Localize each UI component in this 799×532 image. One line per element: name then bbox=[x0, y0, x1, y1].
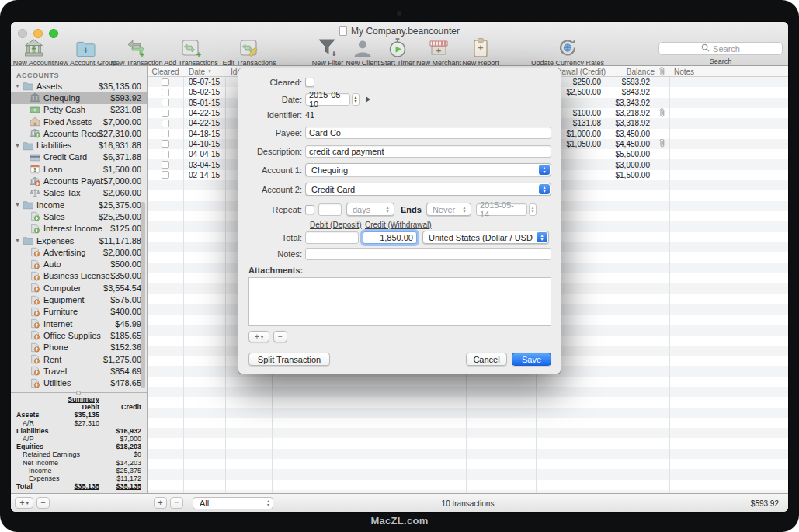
search-input[interactable]: Search bbox=[658, 42, 783, 55]
sidebar-item-accounts-payable[interactable]: Accounts Payable$7,000.00 bbox=[11, 175, 148, 186]
sidebar-item-business-licenses[interactable]: Business Licenses/...$350.00 bbox=[11, 270, 148, 282]
payee-label: Payee: bbox=[238, 128, 302, 137]
sidebar-item-sales-tax[interactable]: Sales Tax$2,060.00 bbox=[11, 187, 148, 199]
attachments-box[interactable] bbox=[248, 277, 551, 326]
column-header-cleared[interactable]: Cleared bbox=[148, 66, 183, 77]
sidebar-splitter[interactable] bbox=[11, 392, 148, 393]
cleared-checkbox[interactable] bbox=[162, 120, 169, 127]
repeat-checkbox[interactable] bbox=[305, 205, 314, 214]
ends-date-input[interactable]: 2015-05-14 bbox=[476, 203, 527, 216]
identifier-value: 41 bbox=[305, 110, 314, 120]
currency-select[interactable]: United States (Dollar / USD)▴▾ bbox=[422, 231, 549, 244]
account2-select[interactable]: Credit Card▴▾ bbox=[305, 183, 551, 196]
cleared-cell bbox=[148, 77, 183, 87]
sidebar-item-computer[interactable]: Computer$3,554.54 bbox=[11, 282, 148, 294]
paperclip-icon bbox=[658, 108, 665, 118]
disclosure-triangle-icon[interactable]: ▼ bbox=[15, 238, 23, 243]
cleared-checkbox[interactable] bbox=[162, 130, 169, 137]
credit-amount-input[interactable]: 1,850.00 bbox=[363, 231, 417, 244]
cleared-checkbox[interactable] bbox=[162, 89, 169, 96]
sidebar-item-office-supplies[interactable]: Office Supplies$185.65 bbox=[11, 329, 148, 341]
toolbar-button-update-currency-rates[interactable]: Update Currency Rates bbox=[530, 37, 605, 67]
ends-date-stepper[interactable]: ▴▾ bbox=[529, 203, 537, 216]
repeat-unit-select[interactable]: days▴▾ bbox=[346, 203, 394, 216]
cleared-checkbox[interactable] bbox=[162, 110, 169, 117]
column-header-balance[interactable]: Balance bbox=[606, 66, 655, 77]
payee-input[interactable]: Card Co bbox=[305, 127, 551, 139]
cleared-checkbox[interactable] bbox=[162, 171, 169, 179]
sidebar-item-chequing[interactable]: Chequing$593.92 bbox=[11, 92, 148, 103]
cleared-checkbox[interactable] bbox=[162, 140, 169, 148]
toolbar-button-new-report[interactable]: +New Report bbox=[443, 37, 518, 67]
sidebar-item-travel[interactable]: Travel$854.69 bbox=[11, 365, 148, 377]
date-label: Date: bbox=[238, 95, 302, 104]
summary-row-net-income: Net Income$14,203 bbox=[11, 459, 148, 467]
split-transaction-button[interactable]: Split Transaction bbox=[248, 353, 330, 366]
column-header-notes[interactable]: Notes bbox=[669, 66, 752, 77]
sidebar-item-rent[interactable]: Rent$1,275.00 bbox=[11, 353, 148, 365]
cancel-button[interactable]: Cancel bbox=[466, 353, 507, 366]
sidebar-item-furniture[interactable]: Furniture$400.00 bbox=[11, 306, 148, 318]
date-input[interactable]: 2015-05-10 bbox=[305, 93, 350, 106]
save-button[interactable]: Save bbox=[512, 353, 551, 366]
cleared-checkbox[interactable] bbox=[162, 151, 169, 158]
remove-attachment-button[interactable]: − bbox=[273, 331, 287, 342]
cleared-checkbox[interactable] bbox=[162, 78, 169, 86]
sidebar-scrollbar[interactable] bbox=[141, 202, 145, 388]
account2-label: Account 2: bbox=[238, 185, 302, 194]
sidebar-item-utilities[interactable]: Utilities$478.65 bbox=[11, 377, 148, 389]
sidebar-item-liabilities[interactable]: ▼Liabilities$16,931.88 bbox=[11, 140, 148, 151]
disclosure-triangle-icon[interactable]: ▼ bbox=[15, 143, 23, 148]
sidebar-item-assets[interactable]: ▼Assets$35,135.00 bbox=[11, 80, 148, 92]
sidebar-item-phone[interactable]: Phone$152.36 bbox=[11, 342, 148, 353]
add-account-button[interactable]: +▾ bbox=[15, 497, 33, 509]
svg-text:+: + bbox=[436, 46, 441, 55]
cleared-row: Cleared: bbox=[238, 78, 561, 87]
notes-input[interactable] bbox=[305, 248, 551, 260]
sidebar-item-internet[interactable]: Internet$45.99 bbox=[11, 318, 148, 329]
window-title: My Company.beancounter bbox=[11, 26, 788, 37]
remove-account-button[interactable]: − bbox=[36, 497, 50, 509]
disclosure-triangle-icon[interactable]: ▼ bbox=[15, 202, 23, 207]
cleared-checkbox[interactable] bbox=[305, 78, 314, 87]
sidebar-item-interest-income[interactable]: Interest Income$125.00 bbox=[11, 223, 148, 235]
sidebar-item-sales[interactable]: Sales$25,250.00 bbox=[11, 210, 148, 222]
account-balance: $152.36 bbox=[110, 342, 141, 352]
sidebar-item-credit-card[interactable]: Credit Card$6,371.88 bbox=[11, 151, 148, 163]
cleared-checkbox[interactable] bbox=[162, 161, 169, 169]
account1-select[interactable]: Chequing▴▾ bbox=[305, 163, 551, 176]
sidebar-item-accounts-receiv[interactable]: Accounts Receiv...$27,310.00 bbox=[11, 127, 148, 139]
sidebar-item-income[interactable]: ▼Income$25,375.00 bbox=[11, 199, 148, 210]
account-name: Interest Income bbox=[43, 224, 110, 233]
account-balance: $45.99 bbox=[115, 319, 141, 329]
cleared-cell bbox=[148, 170, 183, 180]
ends-select[interactable]: Never▴▾ bbox=[426, 203, 471, 216]
ends-label: Ends bbox=[401, 205, 422, 214]
sidebar-item-loan[interactable]: $Loan$1,500.00 bbox=[11, 163, 148, 175]
sidebar-item-advertising[interactable]: Advertising$2,800.00 bbox=[11, 246, 148, 258]
date-picker-arrow-icon[interactable] bbox=[366, 96, 370, 103]
notes-cell bbox=[669, 108, 752, 118]
debit-amount-input[interactable] bbox=[305, 231, 359, 244]
description-input[interactable]: credit card payment bbox=[305, 145, 551, 158]
summary-row-assets: Assets$35,135 bbox=[11, 411, 148, 419]
sidebar-item-auto[interactable]: Auto$500.00 bbox=[11, 259, 148, 270]
account-name: Accounts Receiv... bbox=[43, 129, 99, 138]
expense-doc-icon bbox=[30, 247, 40, 257]
disclosure-triangle-icon[interactable]: ▼ bbox=[15, 83, 23, 89]
attachment-column-header[interactable] bbox=[655, 66, 669, 77]
account-balance: $25,375.00 bbox=[99, 200, 141, 210]
sidebar-item-fixed-assets[interactable]: Fixed Assets$7,000.00 bbox=[11, 116, 148, 127]
repeat-count-input[interactable] bbox=[318, 203, 342, 216]
column-header-date[interactable]: Date▾ bbox=[183, 66, 225, 77]
account-name: Equipment bbox=[43, 295, 110, 304]
toolbar-button-edit-transactions[interactable]: Edit Transactions bbox=[212, 37, 287, 67]
date-stepper[interactable]: ▴▾ bbox=[352, 93, 360, 106]
sidebar-item-expenses[interactable]: ▼Expenses$11,171.88 bbox=[11, 235, 148, 246]
sidebar-item-petty-cash[interactable]: Petty Cash$231.08 bbox=[11, 104, 148, 116]
cleared-checkbox[interactable] bbox=[162, 99, 169, 106]
add-attachment-button[interactable]: +▾ bbox=[248, 331, 269, 342]
sidebar-item-equipment[interactable]: Equipment$575.00 bbox=[11, 294, 148, 305]
date-cell: 04-04-15 bbox=[183, 149, 225, 159]
account-balance: $16,931.88 bbox=[99, 141, 141, 150]
